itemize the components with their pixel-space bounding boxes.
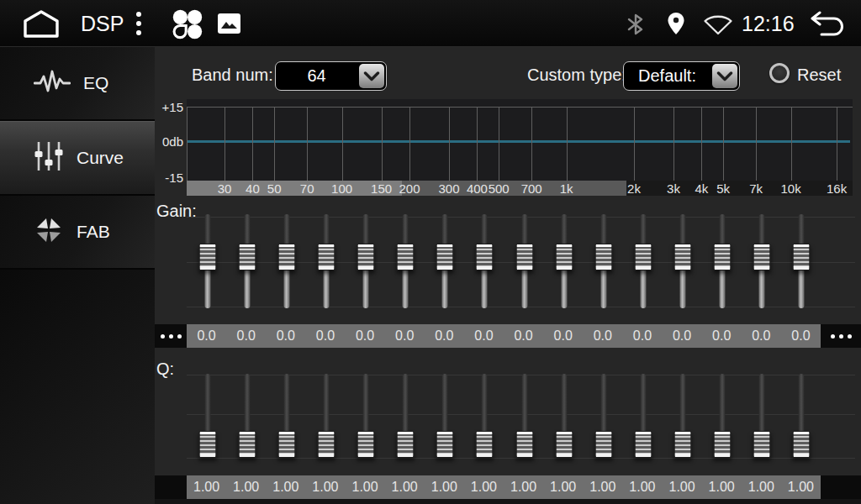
slider-knob[interactable] [793, 431, 811, 458]
slider-knob[interactable] [555, 431, 573, 458]
slider-knob[interactable] [714, 431, 732, 458]
slider-track-upper[interactable] [600, 374, 606, 431]
slider-knob[interactable] [198, 431, 216, 458]
slider-track-lower[interactable] [799, 270, 805, 308]
slider-track-lower[interactable] [204, 270, 210, 308]
slider-track-upper[interactable] [323, 374, 329, 431]
slider-track-upper[interactable] [403, 214, 409, 244]
slider-track-lower[interactable] [283, 270, 289, 308]
slider-knob[interactable] [317, 244, 335, 270]
slider-knob[interactable] [476, 431, 494, 458]
slider-knob[interactable] [357, 244, 375, 270]
gain-slider[interactable] [465, 212, 504, 308]
slider-track-upper[interactable] [283, 214, 289, 244]
slider-knob[interactable] [397, 431, 415, 458]
gain-slider[interactable] [584, 212, 623, 308]
slider-track-upper[interactable] [363, 374, 369, 431]
slider-knob[interactable] [555, 244, 573, 270]
slider-track-upper[interactable] [680, 374, 686, 431]
slider-knob[interactable] [238, 244, 256, 270]
slider-track-upper[interactable] [482, 214, 488, 244]
q-slider[interactable] [742, 370, 782, 469]
slider-knob[interactable] [594, 244, 612, 270]
slider-track-lower[interactable] [482, 270, 488, 308]
slider-track-upper[interactable] [799, 374, 805, 431]
gain-page-right-button[interactable] [821, 324, 861, 348]
gain-slider[interactable] [425, 212, 465, 308]
slider-track-upper[interactable] [521, 374, 527, 431]
slider-track-lower[interactable] [442, 270, 448, 308]
apps-clover-icon[interactable] [172, 8, 203, 44]
gain-slider[interactable] [188, 212, 227, 308]
slider-knob[interactable] [714, 244, 732, 270]
slider-track-upper[interactable] [244, 374, 250, 431]
q-page-right-button[interactable] [821, 475, 861, 499]
slider-knob[interactable] [397, 244, 415, 270]
slider-track-lower[interactable] [561, 270, 567, 308]
slider-track-lower[interactable] [521, 270, 527, 308]
q-slider[interactable] [703, 370, 742, 469]
slider-track-upper[interactable] [680, 214, 686, 244]
gain-slider[interactable] [306, 212, 346, 308]
q-slider[interactable] [504, 370, 544, 469]
slider-track-upper[interactable] [442, 374, 448, 431]
slider-track-lower[interactable] [323, 270, 329, 308]
gain-slider[interactable] [346, 212, 386, 308]
gain-slider[interactable] [623, 212, 663, 308]
sidebar-item-fab[interactable]: FAB [0, 196, 155, 270]
slider-track-upper[interactable] [561, 374, 567, 431]
slider-track-upper[interactable] [561, 214, 567, 244]
slider-knob[interactable] [674, 431, 692, 458]
q-slider[interactable] [346, 370, 386, 469]
slider-knob[interactable] [753, 244, 771, 270]
sidebar-item-curve[interactable]: Curve [0, 121, 155, 196]
slider-track-upper[interactable] [283, 374, 289, 431]
q-slider[interactable] [584, 370, 623, 469]
slider-knob[interactable] [277, 431, 295, 458]
slider-track-upper[interactable] [482, 374, 488, 431]
slider-knob[interactable] [277, 244, 295, 270]
gain-slider[interactable] [504, 212, 544, 308]
q-slider[interactable] [425, 370, 465, 469]
slider-knob[interactable] [793, 244, 811, 270]
slider-track-lower[interactable] [759, 270, 765, 308]
freq-strip[interactable]: 304050701001502003004005007001k2k3k4k5k7… [187, 181, 853, 196]
slider-track-lower[interactable] [600, 270, 606, 308]
q-slider[interactable] [386, 370, 425, 469]
slider-knob[interactable] [436, 244, 454, 270]
q-page-left-button[interactable] [155, 475, 187, 499]
gain-slider[interactable] [742, 212, 782, 308]
q-slider[interactable] [623, 370, 663, 469]
slider-track-upper[interactable] [720, 214, 726, 244]
custom-type-dropdown[interactable]: Default: [623, 61, 740, 91]
gain-slider[interactable] [703, 212, 742, 308]
reset-radio[interactable] [769, 63, 790, 83]
slider-knob[interactable] [753, 431, 771, 458]
slider-track-upper[interactable] [799, 214, 805, 244]
slider-track-upper[interactable] [244, 214, 250, 244]
gain-slider[interactable] [386, 212, 425, 308]
q-slider[interactable] [306, 370, 346, 469]
slider-track-upper[interactable] [640, 214, 646, 244]
overflow-menu-icon[interactable] [135, 11, 143, 39]
home-icon[interactable] [22, 9, 61, 41]
chevron-down-icon[interactable] [359, 64, 384, 88]
slider-track-upper[interactable] [759, 214, 765, 244]
slider-track-upper[interactable] [204, 214, 210, 244]
q-slider[interactable] [465, 370, 504, 469]
gain-slider[interactable] [544, 212, 584, 308]
band-num-dropdown[interactable]: 64 [275, 61, 387, 91]
slider-knob[interactable] [476, 244, 494, 270]
slider-knob[interactable] [317, 431, 335, 458]
gain-slider[interactable] [782, 212, 821, 308]
slider-track-lower[interactable] [640, 270, 646, 308]
slider-track-upper[interactable] [640, 374, 646, 431]
slider-knob[interactable] [357, 431, 375, 458]
slider-track-lower[interactable] [403, 270, 409, 308]
slider-knob[interactable] [198, 244, 216, 270]
q-slider[interactable] [663, 370, 703, 469]
gain-slider[interactable] [663, 212, 703, 308]
sidebar-item-eq[interactable]: EQ [0, 47, 155, 121]
gain-slider[interactable] [227, 212, 267, 308]
slider-knob[interactable] [634, 431, 652, 458]
